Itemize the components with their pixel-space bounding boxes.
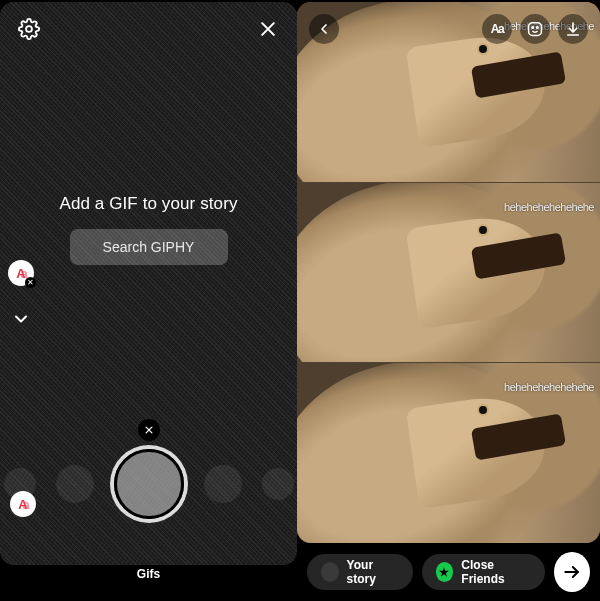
svg-rect-1	[529, 23, 542, 36]
story-camera-screen: Add a GIF to your story Search GIPHY Aa …	[0, 0, 297, 601]
sticker-icon	[526, 20, 544, 38]
bottom-text-tool[interactable]: Aa	[10, 491, 36, 517]
gif-caption: hehehehehehehehe	[504, 381, 594, 393]
text-tool-button[interactable]: Aa	[10, 491, 36, 517]
close-button[interactable]	[253, 14, 283, 44]
settings-button[interactable]	[14, 14, 44, 44]
text-tool-button[interactable]: Aa ✕	[8, 260, 34, 286]
expand-tools-button[interactable]	[6, 304, 36, 334]
story-canvas[interactable]: hehehehehehehehe hehehehehehehehe hehehe…	[297, 2, 600, 543]
text-button[interactable]: Aa	[482, 14, 512, 44]
download-icon	[564, 20, 582, 38]
avatar	[321, 562, 339, 582]
camera-top-bar	[0, 2, 297, 56]
send-button[interactable]	[554, 552, 590, 592]
camera-viewport: Add a GIF to your story Search GIPHY Aa …	[0, 2, 297, 565]
gif-caption: hehehehehehehehe	[504, 201, 594, 213]
gif-tile[interactable]: hehehehehehehehe	[297, 362, 600, 543]
shutter-wrap	[114, 449, 184, 519]
svg-point-3	[536, 27, 538, 29]
svg-point-2	[532, 27, 534, 29]
gif-tile[interactable]: hehehehehehehehe	[297, 182, 600, 363]
search-giphy-button[interactable]: Search GIPHY	[70, 229, 228, 265]
text-aa-icon: Aa	[491, 22, 503, 36]
gif-prompt-title: Add a GIF to your story	[59, 194, 237, 214]
editor-top-bar: Aa	[297, 2, 600, 56]
close-friends-star-icon: ★	[436, 562, 454, 582]
your-story-button[interactable]: Your story	[307, 554, 413, 590]
close-friends-button[interactable]: ★ Close Friends	[422, 554, 546, 590]
camera-mode-footer: Gifs	[0, 565, 297, 601]
text-tool-a-shadow-icon: a	[23, 497, 28, 512]
mode-dot-next1[interactable]	[204, 465, 242, 503]
chevron-left-icon	[316, 21, 332, 37]
mode-dot-next2[interactable]	[262, 468, 294, 500]
side-tool-rail: Aa ✕	[6, 260, 36, 334]
your-story-label: Your story	[347, 558, 399, 586]
gif-prompt: Add a GIF to your story Search GIPHY	[0, 194, 297, 265]
share-bar: Your story ★ Close Friends	[297, 543, 600, 601]
gear-icon	[18, 18, 40, 40]
close-friends-label: Close Friends	[461, 558, 531, 586]
camera-mode-label[interactable]: Gifs	[137, 567, 160, 581]
chevron-down-icon	[11, 309, 31, 329]
sticker-button[interactable]	[520, 14, 550, 44]
story-editor-screen: hehehehehehehehe hehehehehehehehe hehehe…	[297, 0, 600, 601]
svg-point-0	[26, 26, 32, 32]
back-button[interactable]	[309, 14, 339, 44]
close-icon	[144, 425, 154, 435]
shutter-button[interactable]	[114, 449, 184, 519]
clear-selection-button[interactable]	[138, 419, 160, 441]
text-tool-a-shadow-icon: a	[21, 266, 26, 281]
gif-tiles: hehehehehehehehe hehehehehehehehe hehehe…	[297, 2, 600, 543]
close-icon	[258, 19, 278, 39]
editor-tool-buttons: Aa	[482, 14, 588, 44]
arrow-right-icon	[562, 562, 582, 582]
mode-dot-prev1[interactable]	[56, 465, 94, 503]
search-giphy-label: Search GIPHY	[103, 239, 195, 255]
remove-text-tool-icon[interactable]: ✕	[25, 277, 36, 288]
download-button[interactable]	[558, 14, 588, 44]
shutter-row	[0, 449, 297, 519]
